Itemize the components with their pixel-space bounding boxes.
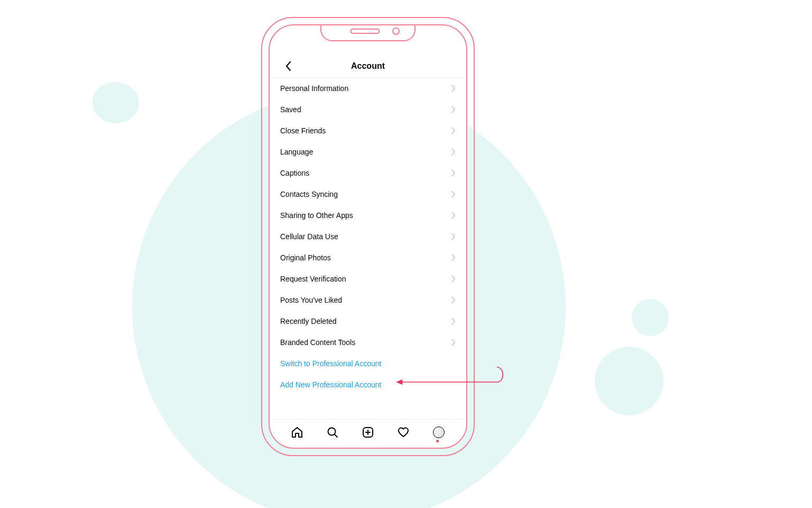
phone-frame: Account Personal Information Saved Close… xyxy=(261,17,475,456)
menu-item-posts-you-liked[interactable]: Posts You've Liked xyxy=(272,289,464,311)
phone-speaker xyxy=(350,29,380,34)
chevron-right-icon xyxy=(451,339,456,346)
phone-screen: Account Personal Information Saved Close… xyxy=(272,55,464,444)
svg-line-1 xyxy=(335,434,337,437)
menu-item-label: Posts You've Liked xyxy=(280,296,342,304)
link-label: Switch to Professional Account xyxy=(280,359,381,368)
menu-item-label: Sharing to Other Apps xyxy=(280,211,353,220)
menu-item-label: Close Friends xyxy=(280,126,326,135)
menu-item-language[interactable]: Language xyxy=(272,141,464,162)
menu-item-sharing-other-apps[interactable]: Sharing to Other Apps xyxy=(272,205,464,226)
menu-item-label: Request Verification xyxy=(280,275,346,283)
chevron-right-icon xyxy=(451,318,456,325)
chevron-right-icon xyxy=(451,212,456,219)
menu-item-request-verification[interactable]: Request Verification xyxy=(272,268,464,289)
header-bar: Account xyxy=(272,55,464,78)
tab-home[interactable] xyxy=(290,425,304,440)
tab-activity[interactable] xyxy=(396,425,411,440)
phone-inner-outline: Account Personal Information Saved Close… xyxy=(269,24,467,449)
menu-item-captions[interactable]: Captions xyxy=(272,162,464,184)
menu-item-original-photos[interactable]: Original Photos xyxy=(272,247,464,268)
page-title: Account xyxy=(351,61,385,71)
menu-item-label: Cellular Data Use xyxy=(280,232,338,241)
menu-item-label: Captions xyxy=(280,169,309,177)
chevron-right-icon xyxy=(451,148,456,156)
chevron-right-icon xyxy=(451,127,456,134)
back-button[interactable] xyxy=(277,55,300,78)
chevron-left-icon xyxy=(285,61,292,71)
chevron-right-icon xyxy=(451,190,456,198)
menu-item-saved[interactable]: Saved xyxy=(272,99,464,120)
plus-square-icon xyxy=(362,426,374,439)
menu-item-contacts-syncing[interactable]: Contacts Syncing xyxy=(272,184,464,205)
tab-profile[interactable] xyxy=(431,425,446,440)
settings-list: Personal Information Saved Close Friends… xyxy=(272,78,464,419)
menu-item-branded-content-tools[interactable]: Branded Content Tools xyxy=(272,332,464,353)
switch-to-professional-link[interactable]: Switch to Professional Account xyxy=(272,353,464,374)
tab-search[interactable] xyxy=(325,425,340,440)
chevron-right-icon xyxy=(451,233,456,240)
bottom-nav-bar xyxy=(272,419,464,444)
menu-item-label: Language xyxy=(280,148,313,156)
notification-dot-icon xyxy=(436,440,439,442)
menu-item-personal-information[interactable]: Personal Information xyxy=(272,78,464,99)
menu-item-label: Personal Information xyxy=(280,84,348,93)
chevron-right-icon xyxy=(451,296,456,304)
menu-item-close-friends[interactable]: Close Friends xyxy=(272,120,464,141)
menu-item-label: Contacts Syncing xyxy=(280,190,338,198)
menu-item-label: Original Photos xyxy=(280,253,331,262)
background-blob-top-left xyxy=(93,82,139,123)
menu-item-label: Saved xyxy=(280,105,301,114)
menu-item-recently-deleted[interactable]: Recently Deleted xyxy=(272,311,464,332)
chevron-right-icon xyxy=(451,275,456,283)
home-icon xyxy=(291,426,303,439)
chevron-right-icon xyxy=(451,169,456,177)
add-new-professional-link[interactable]: Add New Professional Account xyxy=(272,374,464,395)
search-icon xyxy=(326,426,339,439)
tab-create[interactable] xyxy=(361,425,375,440)
link-label: Add New Professional Account xyxy=(280,380,381,389)
phone-camera xyxy=(392,28,400,35)
chevron-right-icon xyxy=(451,85,456,92)
menu-item-cellular-data-use[interactable]: Cellular Data Use xyxy=(272,226,464,247)
background-circle-medium xyxy=(595,347,663,415)
chevron-right-icon xyxy=(451,254,456,261)
menu-item-label: Branded Content Tools xyxy=(280,338,355,347)
chevron-right-icon xyxy=(451,106,456,113)
heart-icon xyxy=(397,426,410,439)
phone-notch xyxy=(320,24,416,41)
background-circle-small xyxy=(632,299,669,336)
profile-avatar-icon xyxy=(433,427,445,438)
menu-item-label: Recently Deleted xyxy=(280,317,337,325)
